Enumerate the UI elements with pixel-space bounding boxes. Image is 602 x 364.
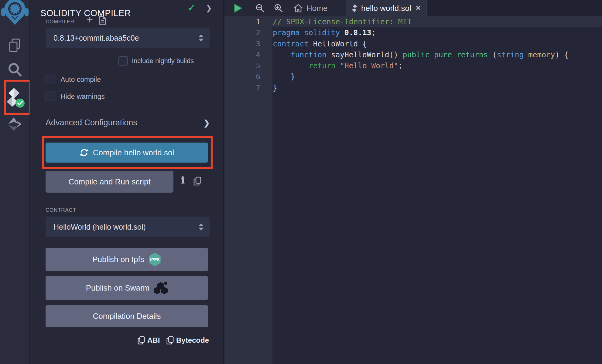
remix-logo[interactable] — [0, 0, 29, 25]
compilation-details-button[interactable]: Compilation Details — [46, 305, 208, 327]
solidity-compiler-icon — [5, 87, 25, 109]
code-line[interactable]: 7} — [224, 83, 602, 93]
contract-section-label: CONTRACT — [46, 207, 76, 213]
tabbar-empty-space — [427, 0, 602, 16]
indent-guide — [274, 49, 274, 83]
home-icon — [294, 4, 303, 12]
line-number: 4 — [224, 49, 272, 60]
tab-close-icon[interactable]: ✕ — [416, 4, 421, 12]
compile-and-run-button[interactable]: Compile and Run script — [46, 171, 173, 193]
remix-ide-window: SOLIDITY COMPILER ✓ ❯ COMPILER + 0.8.13+… — [0, 0, 602, 364]
iconbar-divider — [29, 0, 29, 364]
code-line[interactable]: 4 function sayHelloWorld() public pure r… — [224, 49, 602, 60]
copy-icon — [166, 336, 174, 345]
tab-hello-world-sol[interactable]: hello world.sol ✕ — [346, 0, 427, 16]
line-number: 7 — [224, 83, 272, 93]
info-icon[interactable]: i — [181, 174, 185, 186]
zoom-out-icon — [255, 4, 265, 13]
copy-abi-button[interactable]: ABI — [138, 336, 160, 345]
solidity-file-icon — [352, 4, 357, 12]
zoom-out-button[interactable] — [255, 0, 265, 16]
code-line-text: function sayHelloWorld() public pure ret… — [272, 49, 569, 60]
line-number: 2 — [224, 27, 272, 38]
compile-success-check-icon: ✓ — [188, 2, 195, 13]
copy-icon — [138, 336, 145, 345]
ipfs-badge-icon: IPFS — [149, 253, 161, 267]
line-number: 1 — [224, 16, 272, 27]
compile-and-run-label: Compile and Run script — [68, 177, 150, 187]
contract-select[interactable]: HelloWorld (hello world.sol) — [46, 217, 210, 237]
line-number: 6 — [224, 71, 272, 82]
code-line[interactable]: 6 } — [224, 71, 602, 82]
select-arrows-icon — [199, 224, 204, 231]
code-line-text: return "Hello World"; — [272, 60, 403, 71]
search-icon — [8, 62, 22, 77]
swarm-badge-icon — [154, 281, 168, 295]
sidebar-item-file-explorer[interactable] — [0, 38, 29, 53]
tab-home[interactable]: Home — [289, 0, 332, 16]
compile-button-label: Compile hello world.sol — [93, 148, 174, 157]
publish-ipfs-label: Publish on Ipfs — [92, 255, 144, 264]
contract-select-value: HelloWorld (hello world.sol) — [46, 223, 146, 231]
code-line[interactable]: 2pragma solidity 0.8.13; — [224, 27, 602, 38]
add-compiler-icon[interactable]: + — [87, 13, 93, 26]
zoom-in-icon — [274, 4, 283, 13]
code-line-text: } — [272, 71, 295, 82]
sidebar-item-search[interactable] — [0, 62, 29, 77]
run-script-button[interactable] — [234, 0, 243, 16]
include-nightly-checkbox[interactable] — [118, 56, 128, 66]
panel-collapse-chevron-icon[interactable]: ❯ — [206, 4, 212, 12]
indent-guide — [291, 60, 291, 72]
editor-area: Home hello world.sol ✕ 1// SPDX-License-… — [224, 0, 602, 364]
copy-icon[interactable] — [193, 177, 201, 186]
abi-label: ABI — [147, 336, 160, 345]
copy-bytecode-button[interactable]: Bytecode — [166, 336, 209, 345]
advanced-configurations-label[interactable]: Advanced Configurations — [46, 118, 137, 127]
icon-sidebar — [0, 0, 29, 364]
compiler-section-label: COMPILER — [46, 19, 74, 25]
auto-compile-checkbox[interactable] — [46, 75, 55, 84]
tab-home-label: Home — [306, 4, 327, 13]
compiler-doc-icon[interactable] — [99, 16, 106, 25]
code-line[interactable]: 3contract HelloWorld { — [224, 39, 602, 49]
code-line-text: pragma solidity 0.8.13; — [272, 27, 376, 38]
code-line[interactable]: 5 return "Hello World"; — [224, 60, 602, 71]
compilation-details-label: Compilation Details — [93, 312, 161, 321]
deploy-and-run-icon — [8, 117, 22, 131]
editor-tabbar: Home hello world.sol ✕ — [224, 0, 602, 16]
panel-title: SOLIDITY COMPILER — [40, 8, 131, 18]
code-line[interactable]: 1// SPDX-License-Identifier: MIT — [224, 16, 602, 27]
sidebar-item-deploy-and-run[interactable] — [0, 117, 29, 131]
code-line-text: // SPDX-License-Identifier: MIT — [272, 16, 412, 27]
solidity-compiler-panel: SOLIDITY COMPILER ✓ ❯ COMPILER + 0.8.13+… — [30, 0, 223, 364]
compiler-version-select[interactable]: 0.8.13+commit.abaa5c0e — [46, 28, 210, 48]
refresh-icon — [80, 148, 89, 157]
code-line-text: } — [272, 83, 277, 93]
code-lines[interactable]: 1// SPDX-License-Identifier: MIT2pragma … — [224, 16, 602, 93]
advanced-configurations-chevron-icon[interactable]: ❯ — [204, 119, 210, 127]
auto-compile-label: Auto compile — [60, 76, 101, 84]
publish-swarm-label: Publish on Swarm — [86, 283, 150, 293]
select-arrows-icon — [199, 35, 204, 42]
compile-button[interactable]: Compile hello world.sol — [46, 143, 208, 163]
line-number: 3 — [224, 39, 272, 49]
hide-warnings-checkbox[interactable] — [46, 92, 55, 101]
zoom-in-button[interactable] — [274, 0, 283, 16]
play-icon — [234, 3, 243, 13]
line-number: 5 — [224, 60, 272, 71]
tab-label: hello world.sol — [361, 4, 411, 13]
bytecode-label: Bytecode — [176, 336, 209, 345]
compiler-version-value: 0.8.13+commit.abaa5c0e — [46, 34, 139, 42]
code-line-text: contract HelloWorld { — [272, 39, 367, 49]
hide-warnings-label: Hide warnings — [60, 93, 105, 101]
publish-ipfs-button[interactable]: Publish on Ipfs IPFS — [46, 248, 208, 271]
publish-swarm-button[interactable]: Publish on Swarm — [46, 276, 208, 300]
include-nightly-label: Include nightly builds — [132, 57, 194, 65]
file-explorer-icon — [8, 38, 22, 53]
remix-logo-icon — [1, 0, 29, 25]
sidebar-item-solidity-compiler[interactable] — [0, 87, 29, 109]
